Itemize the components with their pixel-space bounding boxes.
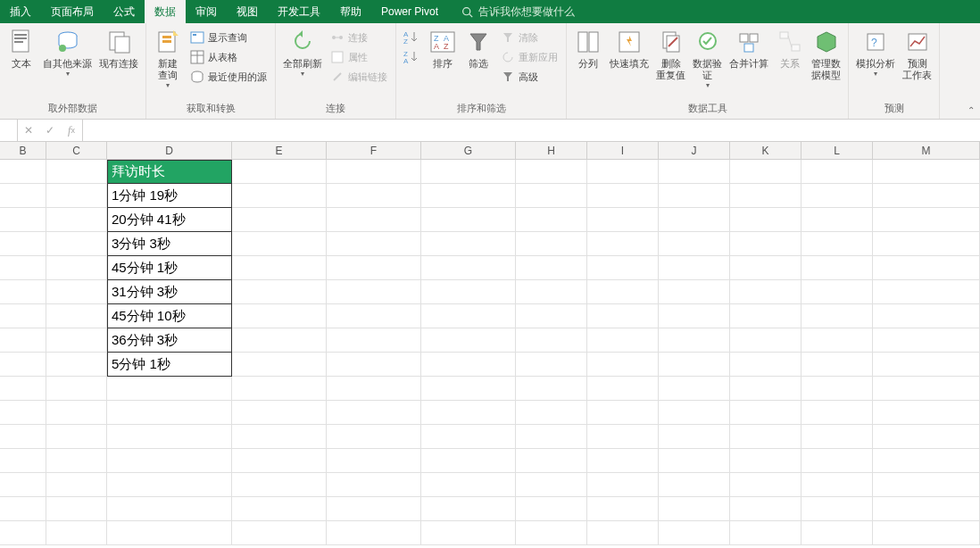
consolidate-button[interactable]: 合并计算: [726, 26, 772, 71]
cell[interactable]: [0, 160, 46, 184]
cell[interactable]: [421, 208, 516, 232]
cell[interactable]: [46, 497, 107, 521]
cell[interactable]: [801, 232, 873, 256]
advanced-filter-button[interactable]: 高级: [498, 67, 561, 87]
edit-links-button[interactable]: 编辑链接: [328, 67, 390, 87]
cell[interactable]: [516, 280, 587, 304]
cell[interactable]: [327, 256, 421, 280]
cell[interactable]: [659, 256, 730, 280]
column-header[interactable]: G: [421, 142, 516, 160]
column-header[interactable]: L: [801, 142, 873, 160]
cell[interactable]: [327, 497, 421, 521]
cell[interactable]: [232, 232, 327, 256]
cell[interactable]: [730, 160, 801, 184]
cell[interactable]: [0, 377, 46, 401]
cell[interactable]: [46, 232, 107, 256]
cell[interactable]: [46, 208, 107, 232]
cell[interactable]: [801, 473, 873, 497]
cell[interactable]: [107, 425, 232, 449]
cell[interactable]: [421, 449, 516, 473]
cell[interactable]: [659, 184, 730, 208]
cell[interactable]: [801, 256, 873, 280]
cell[interactable]: [327, 473, 421, 497]
cell[interactable]: [587, 353, 659, 377]
cell[interactable]: [516, 353, 587, 377]
cell[interactable]: [327, 304, 421, 328]
cell[interactable]: [46, 377, 107, 401]
cell[interactable]: [516, 160, 587, 184]
name-box[interactable]: [0, 120, 18, 141]
cell[interactable]: [873, 497, 980, 521]
remove-duplicates-button[interactable]: 删除 重复值: [652, 26, 689, 83]
cell[interactable]: [587, 497, 659, 521]
cell[interactable]: [232, 208, 327, 232]
cell[interactable]: [232, 160, 327, 184]
show-queries-button[interactable]: 显示查询: [187, 28, 270, 47]
cell[interactable]: [516, 521, 587, 545]
cell[interactable]: [801, 521, 873, 545]
clear-filter-button[interactable]: 清除: [498, 28, 561, 47]
cell[interactable]: [327, 425, 421, 449]
from-other-sources-button[interactable]: 自其他来源 ▾: [39, 26, 96, 79]
cell[interactable]: [587, 280, 659, 304]
cell[interactable]: [730, 425, 801, 449]
cell[interactable]: [873, 353, 980, 377]
new-query-button[interactable]: 新建 查询 ▾: [150, 26, 186, 91]
cell[interactable]: [730, 377, 801, 401]
reapply-button[interactable]: 重新应用: [498, 47, 561, 67]
cell[interactable]: [873, 521, 980, 545]
cell[interactable]: [232, 184, 327, 208]
cell[interactable]: [730, 208, 801, 232]
cell[interactable]: [516, 497, 587, 521]
cell[interactable]: 31分钟 3秒: [107, 280, 232, 304]
cell[interactable]: 20分钟 41秒: [107, 208, 232, 232]
cell[interactable]: [232, 521, 327, 545]
cell[interactable]: [421, 304, 516, 328]
cell[interactable]: [0, 328, 46, 353]
cell[interactable]: [873, 425, 980, 449]
cell[interactable]: [0, 353, 46, 377]
cell[interactable]: [516, 184, 587, 208]
cell[interactable]: [421, 521, 516, 545]
cell[interactable]: [421, 280, 516, 304]
cell[interactable]: [0, 232, 46, 256]
cell[interactable]: [730, 401, 801, 425]
cell[interactable]: [873, 377, 980, 401]
cell[interactable]: [730, 328, 801, 353]
cell[interactable]: [516, 304, 587, 328]
cell[interactable]: [587, 473, 659, 497]
cell[interactable]: [587, 521, 659, 545]
cell[interactable]: [730, 449, 801, 473]
cell[interactable]: [873, 401, 980, 425]
cell[interactable]: [327, 232, 421, 256]
existing-connections-button[interactable]: 现有连接: [96, 26, 142, 71]
cell[interactable]: [46, 449, 107, 473]
menu-tab-数据[interactable]: 数据: [145, 0, 186, 23]
cell[interactable]: [107, 449, 232, 473]
cell[interactable]: [0, 425, 46, 449]
cell[interactable]: [232, 497, 327, 521]
cancel-formula-button[interactable]: ✕: [18, 120, 39, 141]
cell[interactable]: [730, 473, 801, 497]
cell[interactable]: [0, 256, 46, 280]
cell[interactable]: [873, 280, 980, 304]
cell[interactable]: 拜访时长: [107, 160, 232, 184]
cell[interactable]: [421, 401, 516, 425]
cell[interactable]: [587, 377, 659, 401]
collapse-ribbon-icon[interactable]: ⌃: [968, 105, 975, 115]
cell[interactable]: [873, 304, 980, 328]
cell[interactable]: [801, 353, 873, 377]
cell[interactable]: [327, 401, 421, 425]
sort-asc-button[interactable]: AZ: [402, 28, 423, 47]
cell[interactable]: [0, 521, 46, 545]
cell[interactable]: [659, 473, 730, 497]
cell[interactable]: [801, 208, 873, 232]
cell[interactable]: [516, 232, 587, 256]
cell[interactable]: [327, 160, 421, 184]
cell[interactable]: 36分钟 3秒: [107, 328, 232, 353]
cell[interactable]: [232, 377, 327, 401]
cell[interactable]: [327, 184, 421, 208]
cell[interactable]: [730, 184, 801, 208]
cell[interactable]: [659, 497, 730, 521]
cell[interactable]: [421, 353, 516, 377]
